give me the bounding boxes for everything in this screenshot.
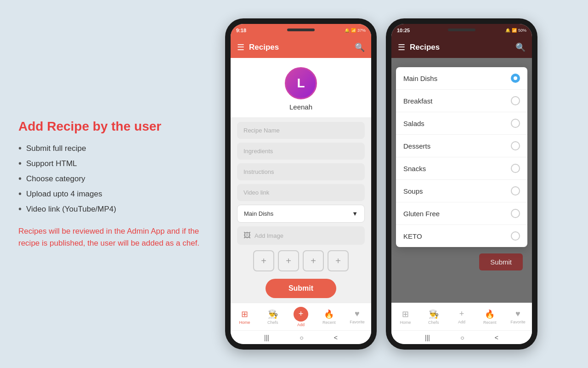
- bottom-nav-1: ⊞ Home 👨‍🍳 Chefs + Add 🔥 Recent ♥ F: [231, 303, 371, 330]
- radio-salads[interactable]: [511, 119, 520, 128]
- plus-btn-2[interactable]: +: [278, 250, 299, 271]
- dropdown-item-label-salads: Salads: [403, 120, 424, 127]
- add-image-field[interactable]: 🖼 Add Image: [237, 226, 365, 245]
- description: Recipes will be reviewed in the Admin Ap…: [18, 225, 216, 249]
- add-image-label: Add Image: [254, 232, 283, 239]
- gesture-menu-icon-1: |||: [264, 334, 269, 341]
- instructions-field[interactable]: Instructions: [237, 163, 365, 180]
- dropdown-item-breakfast[interactable]: Breakfast: [396, 90, 527, 112]
- nav-home-2[interactable]: ⊞ Home: [391, 303, 419, 330]
- feature-list: Submit full recipe Support HTML Choose c…: [18, 143, 216, 214]
- nav-favorite-1[interactable]: ♥ Favorite: [343, 303, 371, 330]
- bullet-3: Choose category: [18, 173, 216, 184]
- nav-recent-2[interactable]: 🔥 Recent: [476, 303, 504, 330]
- category-dropdown[interactable]: Main Dishs ▼: [237, 205, 365, 223]
- search-icon-1[interactable]: 🔍: [355, 42, 365, 52]
- toolbar-title-1: Recipes: [249, 43, 350, 52]
- nav-home-label-2: Home: [400, 320, 411, 325]
- dropdown-item-label-desserts: Desserts: [403, 142, 430, 150]
- submit-button-1[interactable]: Submit: [266, 279, 336, 298]
- chefs-icon-1: 👨‍🍳: [268, 309, 278, 319]
- video-link-field[interactable]: Video link: [237, 184, 365, 201]
- toolbar-1: ☰ Recipes 🔍: [231, 37, 371, 58]
- gesture-menu-icon-2: |||: [425, 334, 430, 341]
- add-icon-1: +: [294, 307, 308, 322]
- home-icon-2: ⊞: [402, 309, 409, 319]
- nav-home-label-1: Home: [239, 320, 250, 325]
- avatar-1: L: [285, 67, 317, 99]
- plus-btn-1[interactable]: +: [253, 250, 274, 271]
- dropdown-item-label-soups: Soups: [403, 187, 423, 195]
- nav-add-1[interactable]: + Add: [287, 303, 315, 330]
- dropdown-item-label-gluten-free: Gluten Free: [403, 210, 440, 218]
- menu-icon-1[interactable]: ☰: [237, 42, 244, 52]
- nav-home-1[interactable]: ⊞ Home: [231, 303, 259, 330]
- favorite-icon-1: ♥: [355, 309, 360, 319]
- nav-add-2[interactable]: + Add: [447, 303, 475, 330]
- image-icon: 🖼: [243, 231, 251, 240]
- nav-favorite-2[interactable]: ♥ Favorite: [504, 303, 532, 330]
- bullet-4: Upload upto 4 images: [18, 189, 216, 199]
- recipe-name-field[interactable]: Recipe Name: [237, 122, 365, 139]
- phone-2: 10:25 🔔 📶 50% ☰ Recipes 🔍 L: [386, 18, 537, 350]
- phone-1: 9:18 🔔 📶 🔔 📶 37% 37% ☰ Recipes 🔍 L Leena…: [225, 18, 377, 350]
- phones-container: 9:18 🔔 📶 🔔 📶 37% 37% ☰ Recipes 🔍 L Leena…: [225, 18, 537, 350]
- radio-snacks[interactable]: [511, 164, 520, 173]
- status-icons-1: 🔔 📶 🔔 📶 37% 37%: [345, 28, 366, 33]
- nav-add-label-1: Add: [297, 322, 305, 327]
- nav-chefs-1[interactable]: 👨‍🍳 Chefs: [259, 303, 287, 330]
- dropdown-item-salads[interactable]: Salads: [396, 112, 527, 135]
- add-icon-2: +: [459, 309, 464, 319]
- dropdown-item-desserts[interactable]: Desserts: [396, 135, 527, 157]
- dropdown-item-snacks[interactable]: Snacks: [396, 157, 527, 180]
- radio-breakfast[interactable]: [511, 96, 520, 105]
- nav-recent-1[interactable]: 🔥 Recent: [315, 303, 343, 330]
- plus-buttons-row: + + + +: [237, 248, 365, 273]
- dropdown-item-label-breakfast: Breakfast: [403, 97, 432, 105]
- dropdown-arrow-icon: ▼: [352, 210, 358, 217]
- phone-notch: [287, 29, 315, 31]
- gesture-bar-1: ||| ○ <: [231, 330, 371, 344]
- nav-favorite-label-1: Favorite: [350, 320, 365, 324]
- plus-btn-3[interactable]: +: [303, 250, 324, 271]
- plus-btn-4[interactable]: +: [328, 250, 349, 271]
- radio-keto[interactable]: [511, 231, 520, 241]
- radio-gluten-free[interactable]: [511, 209, 520, 218]
- ingredients-field[interactable]: Ingredients: [237, 143, 365, 160]
- category-dropdown-overlay: Main Dishs Breakfast Salads Desserts: [396, 67, 527, 247]
- nav-add-label-2: Add: [458, 320, 465, 324]
- nav-chefs-2[interactable]: 👨‍🍳 Chefs: [419, 303, 447, 330]
- nav-favorite-label-2: Favorite: [510, 320, 526, 324]
- status-time-2: 10:25: [397, 28, 410, 33]
- radio-soups[interactable]: [511, 186, 520, 196]
- radio-main-dishs[interactable]: [511, 74, 520, 83]
- bullet-5: Video link (YouTube/MP4): [18, 204, 216, 214]
- phone-1-inner: 9:18 🔔 📶 🔔 📶 37% 37% ☰ Recipes 🔍 L Leena…: [231, 24, 371, 344]
- nav-recent-label-2: Recent: [483, 320, 497, 325]
- toolbar-2: ☰ Recipes 🔍: [391, 37, 532, 58]
- dropdown-item-label-keto: KETO: [403, 232, 422, 240]
- chefs-icon-2: 👨‍🍳: [429, 309, 439, 319]
- bullet-2: Support HTML: [18, 158, 216, 169]
- category-value: Main Dishs: [244, 210, 273, 217]
- home-icon-1: ⊞: [241, 309, 248, 319]
- submit-button-2[interactable]: Submit: [479, 253, 523, 270]
- profile-section-1: L Leenah: [231, 58, 371, 117]
- radio-desserts[interactable]: [511, 141, 520, 150]
- recent-icon-2: 🔥: [485, 309, 495, 319]
- form-section-1: Recipe Name Ingredients Instructions Vid…: [231, 117, 371, 303]
- search-icon-2[interactable]: 🔍: [515, 42, 526, 52]
- menu-icon-2[interactable]: ☰: [398, 42, 405, 52]
- dropdown-item-keto[interactable]: KETO: [396, 225, 527, 247]
- favorite-icon-2: ♥: [515, 309, 520, 319]
- bottom-nav-2: ⊞ Home 👨‍🍳 Chefs + Add 🔥 Recent ♥ F: [391, 303, 532, 330]
- bullet-1: Submit full recipe: [18, 143, 216, 154]
- phone-notch-2: [448, 29, 475, 31]
- phone-2-inner: 10:25 🔔 📶 50% ☰ Recipes 🔍 L: [391, 24, 532, 344]
- dropdown-item-gluten-free[interactable]: Gluten Free: [396, 202, 527, 225]
- dropdown-item-label-snacks: Snacks: [403, 165, 426, 172]
- dropdown-item-soups[interactable]: Soups: [396, 180, 527, 202]
- heading: Add Recipe by the user: [18, 119, 216, 134]
- dropdown-item-main-dishs[interactable]: Main Dishs: [396, 67, 527, 90]
- status-time-1: 9:18: [236, 28, 246, 33]
